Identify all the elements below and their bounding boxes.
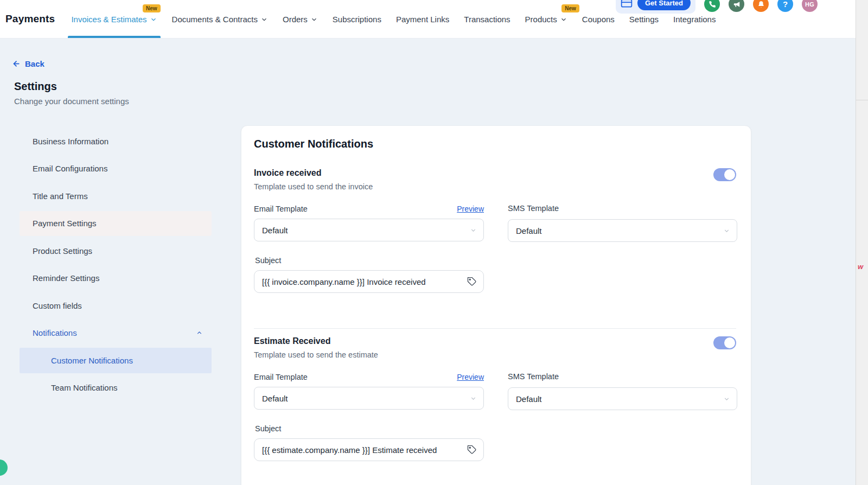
tab-label: Invoices & Estimates (71, 15, 146, 24)
panel-title: Customer Notifications (254, 138, 373, 150)
tab-coupons[interactable]: Coupons (582, 0, 615, 38)
back-button[interactable]: Back (12, 59, 44, 68)
back-label: Back (25, 59, 44, 68)
sidebar-item-notifications[interactable]: Notifications (20, 321, 212, 346)
sidebar-item-reminder-settings[interactable]: Reminder Settings (20, 266, 212, 291)
app-title: Payments (5, 13, 55, 25)
tab-products[interactable]: Products New (525, 0, 567, 38)
phone-icon (709, 1, 716, 8)
notifications-button[interactable] (753, 0, 769, 12)
new-badge: New (143, 4, 161, 12)
chevron-up-icon (196, 329, 203, 336)
preview-link[interactable]: Preview (457, 205, 484, 213)
credit-card-icon (621, 0, 633, 8)
customer-notifications-panel: Customer Notifications Invoice received … (241, 125, 751, 485)
avatar[interactable]: HG (802, 0, 818, 12)
sidebar-item-product-settings[interactable]: Product Settings (20, 238, 212, 264)
subject-field (254, 270, 484, 293)
tab-orders[interactable]: Orders (283, 0, 318, 38)
sidebar-item-label: Notifications (33, 328, 77, 337)
tab-documents-contracts[interactable]: Documents & Contracts (172, 0, 268, 38)
invoice-received-title: Invoice received (254, 168, 322, 178)
chat-widget-button[interactable] (0, 460, 8, 476)
select-value: Default (262, 394, 288, 403)
nav-right-actions: Get Started ? HG (616, 0, 818, 14)
subject-label: Subject (255, 256, 281, 265)
tab-invoices-estimates[interactable]: Invoices & Estimates New (71, 0, 157, 38)
subject-input[interactable] (262, 445, 467, 455)
email-template-label: Email Template (254, 373, 308, 381)
settings-sidebar: Business Information Email Configuration… (20, 129, 212, 403)
chevron-down-icon (150, 16, 157, 23)
sms-template-select[interactable]: Default (508, 387, 737, 410)
sidebar-item-custom-fields[interactable]: Custom fields (20, 293, 212, 318)
toggle-knob (724, 337, 735, 348)
sidebar-item-email-configurations[interactable]: Email Configurations (20, 156, 212, 182)
help-button[interactable]: ? (777, 0, 793, 12)
chevron-down-icon (560, 16, 567, 23)
chevron-down-icon (470, 395, 477, 402)
sidebar-item-customer-notifications[interactable]: Customer Notifications (20, 348, 212, 373)
top-nav: Payments Invoices & Estimates New Docume… (0, 0, 856, 39)
toggle-knob (724, 169, 735, 180)
invoice-received-description: Template used to send the invoice (254, 182, 373, 191)
right-edge-overflow: w (856, 0, 868, 485)
edge-clipped-text: w (858, 263, 863, 271)
get-started-button[interactable]: Get Started (637, 0, 691, 10)
edge-divider (856, 100, 868, 100)
tab-payment-links[interactable]: Payment Links (396, 0, 449, 38)
tag-icon[interactable] (467, 277, 477, 286)
estimate-received-toggle[interactable] (713, 336, 736, 349)
new-badge: New (561, 4, 579, 12)
tab-label: Products (525, 15, 557, 24)
chevron-down-icon (723, 227, 730, 234)
chevron-down-icon (260, 16, 268, 23)
select-value: Default (516, 226, 542, 235)
active-tab-underline (68, 36, 160, 38)
avatar-initials: HG (805, 1, 814, 8)
sms-template-label: SMS Template (508, 204, 559, 213)
tab-transactions[interactable]: Transactions (464, 0, 510, 38)
sidebar-item-payment-settings[interactable]: Payment Settings (20, 211, 212, 237)
tab-label: Integrations (673, 15, 716, 24)
email-template-label: Email Template (254, 205, 308, 213)
tab-subscriptions[interactable]: Subscriptions (333, 0, 381, 38)
subject-input[interactable] (262, 277, 467, 286)
section-divider (254, 328, 736, 329)
tab-label: Orders (283, 15, 308, 24)
email-template-select[interactable]: Default (254, 387, 484, 410)
chevron-down-icon (310, 16, 318, 23)
subject-field (254, 438, 484, 461)
chevron-down-icon (723, 395, 730, 403)
tab-label: Transactions (464, 15, 510, 24)
tab-label: Coupons (582, 15, 615, 24)
sms-template-select[interactable]: Default (508, 219, 737, 242)
select-value: Default (262, 226, 288, 235)
select-value: Default (516, 394, 542, 404)
tab-label: Documents & Contracts (172, 15, 258, 24)
sidebar-item-team-notifications[interactable]: Team Notifications (20, 375, 212, 401)
bell-icon (757, 1, 765, 8)
announcements-button[interactable] (729, 0, 744, 12)
get-started-cluster: Get Started (616, 0, 695, 14)
tab-label: Payment Links (396, 15, 449, 24)
subject-label: Subject (255, 424, 281, 433)
tab-label: Settings (629, 15, 659, 24)
arrow-left-icon (12, 59, 21, 68)
sms-template-label: SMS Template (508, 372, 559, 381)
question-mark-icon: ? (783, 0, 788, 9)
page-subtitle: Change your document settings (14, 97, 129, 106)
tag-icon[interactable] (467, 445, 477, 455)
megaphone-icon (733, 1, 741, 8)
estimate-received-description: Template used to send the estimate (254, 350, 378, 359)
chevron-down-icon (470, 227, 477, 234)
tab-label: Subscriptions (333, 15, 381, 24)
preview-link[interactable]: Preview (457, 373, 484, 381)
phone-button[interactable] (704, 0, 720, 12)
sidebar-item-business-information[interactable]: Business Information (20, 129, 212, 154)
estimate-received-title: Estimate Received (254, 336, 330, 346)
invoice-received-toggle[interactable] (713, 168, 736, 181)
sidebar-item-title-and-terms[interactable]: Title and Terms (20, 183, 212, 209)
page-title: Settings (14, 80, 57, 93)
email-template-select[interactable]: Default (254, 219, 484, 241)
